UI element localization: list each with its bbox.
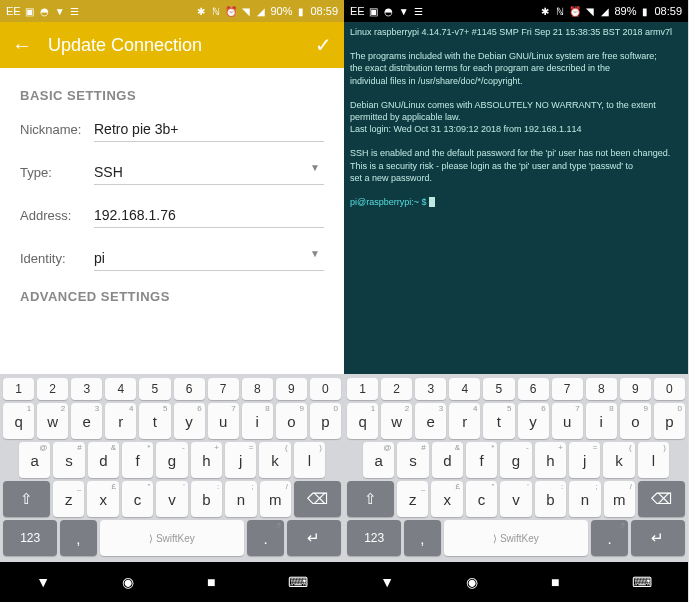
key-q[interactable]: 1q [347, 403, 378, 439]
key-period[interactable]: .?. [591, 520, 627, 556]
key-9[interactable]: 9 [620, 378, 651, 400]
key-w[interactable]: 2w [381, 403, 412, 439]
nav-back-icon[interactable]: ▼ [380, 574, 394, 590]
key-a[interactable]: @a [363, 442, 394, 478]
key-m[interactable]: /m [604, 481, 635, 517]
key-d[interactable]: &d [432, 442, 463, 478]
key-2[interactable]: 2 [381, 378, 412, 400]
key-z[interactable]: _z [53, 481, 84, 517]
key-h[interactable]: +h [535, 442, 566, 478]
key-e[interactable]: 3e [415, 403, 446, 439]
key-d[interactable]: &d [88, 442, 119, 478]
key-7[interactable]: 7 [208, 378, 239, 400]
key-j[interactable]: =j [225, 442, 256, 478]
key-z[interactable]: _z [397, 481, 428, 517]
identity-select[interactable]: pi ▼ [94, 246, 324, 271]
key-c[interactable]: "c [466, 481, 497, 517]
nav-back-icon[interactable]: ▼ [36, 574, 50, 590]
type-select[interactable]: SSH ▼ [94, 160, 324, 185]
key-n[interactable]: ;n [569, 481, 600, 517]
key-x[interactable]: £x [87, 481, 118, 517]
nickname-input[interactable] [94, 117, 324, 142]
key-4[interactable]: 4 [105, 378, 136, 400]
key-q[interactable]: 1q [3, 403, 34, 439]
key-m[interactable]: /m [260, 481, 291, 517]
key-y[interactable]: 6y [174, 403, 205, 439]
key-9[interactable]: 9 [276, 378, 307, 400]
key-4[interactable]: 4 [449, 378, 480, 400]
key-5[interactable]: 5 [139, 378, 170, 400]
nav-keyboard-icon[interactable]: ⌨ [288, 574, 308, 590]
key-2[interactable]: 2 [37, 378, 68, 400]
key-6[interactable]: 6 [518, 378, 549, 400]
key-1[interactable]: 1 [347, 378, 378, 400]
key-h[interactable]: +h [191, 442, 222, 478]
key-comma[interactable]: , [60, 520, 96, 556]
key-6[interactable]: 6 [174, 378, 205, 400]
key-backspace[interactable]: ⌫ [294, 481, 341, 517]
key-7[interactable]: 7 [552, 378, 583, 400]
key-i[interactable]: 8i [586, 403, 617, 439]
key-123[interactable]: 123 [3, 520, 57, 556]
key-backspace[interactable]: ⌫ [638, 481, 685, 517]
nav-keyboard-icon[interactable]: ⌨ [632, 574, 652, 590]
key-8[interactable]: 8 [586, 378, 617, 400]
key-s[interactable]: #s [53, 442, 84, 478]
key-p[interactable]: 0p [654, 403, 685, 439]
key-j[interactable]: =j [569, 442, 600, 478]
key-1[interactable]: 1 [3, 378, 34, 400]
key-g[interactable]: -g [500, 442, 531, 478]
key-x[interactable]: £x [431, 481, 462, 517]
key-123[interactable]: 123 [347, 520, 401, 556]
key-0[interactable]: 0 [654, 378, 685, 400]
nav-home-icon[interactable]: ◉ [122, 574, 134, 590]
key-p[interactable]: 0p [310, 403, 341, 439]
key-n[interactable]: ;n [225, 481, 256, 517]
key-t[interactable]: 5t [483, 403, 514, 439]
key-b[interactable]: :b [535, 481, 566, 517]
key-l[interactable]: )l [638, 442, 669, 478]
address-input[interactable] [94, 203, 324, 228]
key-v[interactable]: 'v [500, 481, 531, 517]
key-k[interactable]: (k [259, 442, 290, 478]
confirm-icon[interactable]: ✓ [315, 33, 332, 57]
key-c[interactable]: "c [122, 481, 153, 517]
key-8[interactable]: 8 [242, 378, 273, 400]
key-space[interactable]: ⟩ SwiftKey [444, 520, 589, 556]
key-t[interactable]: 5t [139, 403, 170, 439]
key-e[interactable]: 3e [71, 403, 102, 439]
key-enter[interactable]: ↵ [287, 520, 341, 556]
key-l[interactable]: )l [294, 442, 325, 478]
key-r[interactable]: 4r [105, 403, 136, 439]
key-b[interactable]: :b [191, 481, 222, 517]
back-icon[interactable]: ← [12, 34, 32, 57]
nav-recent-icon[interactable]: ■ [551, 574, 559, 590]
key-3[interactable]: 3 [415, 378, 446, 400]
key-o[interactable]: 9o [620, 403, 651, 439]
key-o[interactable]: 9o [276, 403, 307, 439]
key-g[interactable]: -g [156, 442, 187, 478]
key-a[interactable]: @a [19, 442, 50, 478]
key-i[interactable]: 8i [242, 403, 273, 439]
key-k[interactable]: (k [603, 442, 634, 478]
key-space[interactable]: ⟩ SwiftKey [100, 520, 245, 556]
key-f[interactable]: *f [466, 442, 497, 478]
key-f[interactable]: *f [122, 442, 153, 478]
nav-recent-icon[interactable]: ■ [207, 574, 215, 590]
key-3[interactable]: 3 [71, 378, 102, 400]
key-shift[interactable]: ⇧ [347, 481, 394, 517]
key-period[interactable]: .?. [247, 520, 283, 556]
nav-home-icon[interactable]: ◉ [466, 574, 478, 590]
key-comma[interactable]: , [404, 520, 440, 556]
key-5[interactable]: 5 [483, 378, 514, 400]
key-enter[interactable]: ↵ [631, 520, 685, 556]
key-r[interactable]: 4r [449, 403, 480, 439]
key-u[interactable]: 7u [552, 403, 583, 439]
key-w[interactable]: 2w [37, 403, 68, 439]
key-0[interactable]: 0 [310, 378, 341, 400]
key-u[interactable]: 7u [208, 403, 239, 439]
key-shift[interactable]: ⇧ [3, 481, 50, 517]
key-y[interactable]: 6y [518, 403, 549, 439]
terminal[interactable]: Linux raspberrypi 4.14.71-v7+ #1145 SMP … [344, 22, 688, 374]
key-v[interactable]: 'v [156, 481, 187, 517]
